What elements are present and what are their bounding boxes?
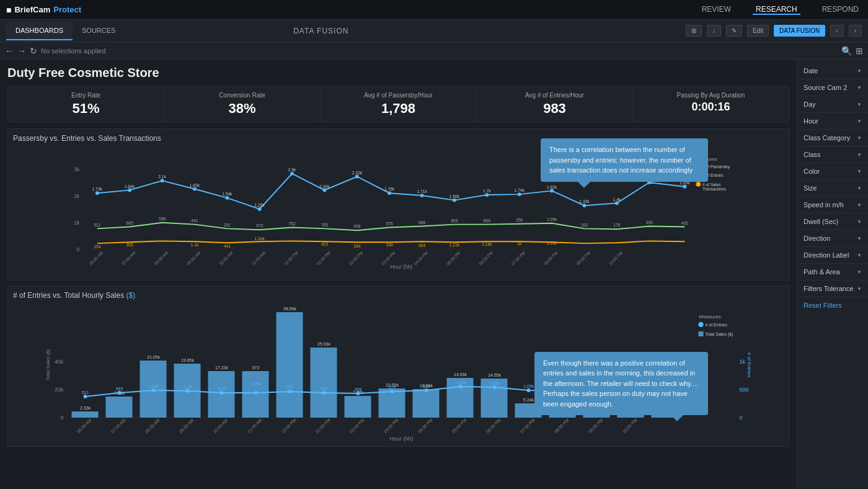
back-btn[interactable]: ← (5, 46, 14, 56)
nav-research[interactable]: RESEARCH (753, 5, 800, 15)
stats-row: Entry Rate 51% Conversion Rate 38% Avg #… (7, 86, 789, 122)
filter-dwell-header[interactable]: Dwell (Sec) ▼ (797, 213, 868, 230)
tooltip2: Even though there was a positive correla… (534, 352, 708, 416)
filter-speed-header[interactable]: Speed in m/h ▼ (797, 197, 868, 213)
svg-point-11 (161, 179, 164, 182)
reset-filters-btn[interactable]: Reset Filters (797, 297, 868, 313)
filter-hour-header[interactable]: Hour ▼ (797, 113, 868, 129)
svg-text:09:00 PM: 09:00 PM (575, 251, 591, 266)
save-btn[interactable]: ↓ (707, 25, 721, 37)
data-fusion-btn[interactable]: DATA FUSION (774, 25, 825, 37)
filter-direction-label: Direction Label ▼ (797, 247, 868, 264)
svg-text:01:00 PM: 01:00 PM (315, 418, 331, 434)
filter-class-category-header[interactable]: Class Category ▼ (797, 130, 868, 146)
filter-direction-header[interactable]: Direction ▼ (797, 230, 868, 246)
prev-btn[interactable]: ‹ (830, 25, 843, 37)
tab-dashboards[interactable]: DASHBOARDS (6, 22, 73, 40)
svg-text:1.1k: 1.1k (184, 385, 192, 389)
logo: ■ BriefCam Protect (6, 5, 81, 15)
svg-text:11:00 AM: 11:00 AM (251, 251, 267, 266)
refresh-btn[interactable]: ↻ (30, 46, 37, 56)
svg-text:1.34k: 1.34k (255, 236, 265, 241)
filter-size: Size ▼ (797, 180, 868, 197)
svg-text:1.25k: 1.25k (255, 203, 265, 207)
svg-rect-116 (72, 411, 99, 418)
filter-date-header[interactable]: Date ▼ (797, 63, 868, 79)
svg-text:2.1k: 2.1k (158, 174, 166, 179)
svg-point-102 (696, 182, 701, 187)
stat-passersby-hour: Avg # of Passersby/Hour 1,798 (321, 87, 477, 122)
edit-btn[interactable]: Edit (747, 25, 769, 37)
svg-text:04:00 PM: 04:00 PM (413, 251, 428, 266)
svg-point-208 (699, 322, 704, 327)
svg-point-159 (322, 391, 326, 395)
svg-text:10:00 AM: 10:00 AM (218, 251, 234, 266)
svg-text:538: 538 (159, 217, 166, 221)
filter-class-header[interactable]: Class ▼ (797, 146, 868, 163)
sub-nav-right: ⊞ ↓ ✎ Edit DATA FUSION ‹ › (686, 25, 862, 37)
svg-text:1.05k: 1.05k (547, 217, 557, 222)
next-btn[interactable]: › (849, 25, 862, 37)
svg-point-27 (683, 185, 687, 189)
svg-point-10 (128, 189, 131, 192)
svg-text:40k: 40k (55, 359, 64, 365)
svg-text:178: 178 (613, 223, 620, 227)
svg-text:511: 511 (82, 390, 89, 395)
svg-text:1.16k: 1.16k (489, 381, 500, 385)
filter-tolerance-header[interactable]: Filters Tolerance ▼ (797, 280, 868, 297)
filter-class: Class ▼ (797, 146, 868, 163)
svg-text:1.4k: 1.4k (613, 197, 621, 202)
svg-text:685: 685 (116, 387, 123, 391)
svg-point-9 (95, 191, 99, 195)
filter-day-header[interactable]: Day ▼ (797, 96, 868, 112)
svg-point-163 (459, 385, 463, 388)
svg-text:688: 688 (423, 384, 430, 388)
svg-text:1.71k: 1.71k (417, 189, 427, 194)
svg-text:809: 809 (484, 218, 490, 223)
svg-text:705: 705 (286, 385, 294, 389)
svg-text:1.33k: 1.33k (547, 241, 557, 245)
svg-point-156 (220, 391, 224, 395)
svg-text:# of Entries: # of Entries (706, 323, 728, 327)
svg-text:1.16k: 1.16k (482, 242, 492, 246)
svg-text:423: 423 (321, 242, 328, 246)
svg-text:25.93k: 25.93k (317, 342, 331, 346)
edit-icon[interactable]: ✎ (726, 25, 742, 37)
svg-text:14.55k: 14.55k (488, 373, 502, 377)
svg-text:06:00 PM: 06:00 PM (485, 418, 502, 434)
filter-size-header[interactable]: Size ▼ (797, 180, 868, 196)
svg-text:1.21k: 1.21k (455, 380, 466, 385)
svg-text:08:00 PM: 08:00 PM (543, 251, 559, 266)
svg-text:2.33k: 2.33k (80, 406, 91, 410)
content: Duty Free Cosmetic Store Entry Rate 51% … (0, 60, 797, 489)
svg-text:458: 458 (353, 224, 360, 228)
svg-point-22 (518, 192, 521, 196)
svg-text:09:00 PM: 09:00 PM (588, 418, 604, 434)
svg-rect-123 (311, 348, 337, 418)
svg-point-23 (550, 189, 554, 193)
svg-text:Hour (hh): Hour (hh) (389, 436, 413, 442)
svg-point-161 (391, 390, 394, 393)
monitor-btn[interactable]: ⊞ (686, 25, 702, 37)
stat-entry-rate: Entry Rate 51% (8, 87, 164, 122)
filter-source-header[interactable]: Source Cam 2 ▼ (797, 79, 868, 96)
svg-text:973: 973 (252, 366, 260, 370)
svg-text:305: 305 (646, 220, 653, 225)
svg-text:1k: 1k (517, 241, 522, 246)
nav-respond[interactable]: RESPOND (819, 5, 862, 15)
tab-sources[interactable]: SOURCES (73, 22, 125, 40)
svg-text:06:00 PM: 06:00 PM (478, 251, 494, 266)
filter-path-area-header[interactable]: Path & Area ▼ (797, 264, 868, 280)
grid-btn[interactable]: ⊞ (856, 46, 863, 56)
svg-rect-210 (699, 331, 704, 336)
svg-text:441: 441 (191, 218, 198, 223)
svg-text:1k: 1k (74, 220, 80, 226)
svg-text:688: 688 (418, 220, 425, 225)
search-btn[interactable]: 🔍 (841, 46, 852, 56)
nav-review[interactable]: REVIEW (699, 5, 734, 15)
svg-text:Total Sales ($): Total Sales ($) (45, 349, 51, 380)
filter-color-header[interactable]: Color ▼ (797, 163, 868, 179)
filter-direction-label-header[interactable]: Direction Label ▼ (797, 247, 868, 263)
forward-btn[interactable]: → (17, 46, 26, 56)
svg-text:303: 303 (126, 243, 133, 247)
